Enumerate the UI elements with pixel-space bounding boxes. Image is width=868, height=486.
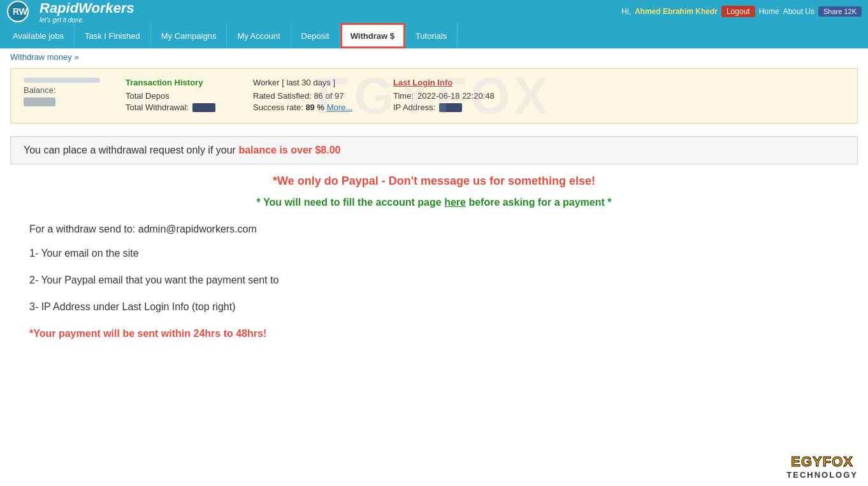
share-button[interactable]: Share 12K — [818, 6, 862, 17]
logout-button[interactable]: Logout — [721, 6, 755, 17]
notice-prefix: You can place a withdrawal request only … — [24, 145, 236, 155]
logo-area: RW RapidWorkers let's get it done. — [6, 0, 134, 24]
login-section: Last Login Info Time: 2022-06-18 22:20:4… — [393, 78, 521, 114]
hi-text: Hi, — [621, 7, 631, 16]
payment-notice: *Your payment will be sent within 24hrs … — [10, 328, 858, 339]
transaction-title: Transaction History — [126, 78, 228, 87]
instructions-list: 1- Your email on the site 2- Your Paypal… — [10, 248, 858, 313]
send-to-text: For a withdraw send to: admin@rapidworke… — [10, 224, 858, 235]
rated-satisfied-row: Rated Satisfied: 86 of 97 — [253, 91, 368, 101]
success-rate-prefix: Success rate: — [253, 103, 303, 112]
top-bar: RW RapidWorkers let's get it done. Hi, A… — [0, 0, 868, 23]
paypal-notice: *We only do Paypal - Don't message us fo… — [10, 175, 858, 188]
about-link[interactable]: About Us — [783, 7, 814, 16]
instruction-3: 3- IP Address under Last Login Info (top… — [29, 301, 858, 313]
nav-my-campaigns[interactable]: My Campaigns — [151, 23, 228, 48]
nav-my-account[interactable]: My Account — [227, 23, 291, 48]
breadcrumb-link[interactable]: Withdraw money » — [10, 52, 79, 62]
balance-redacted — [24, 97, 55, 106]
transaction-section: Transaction History Total Depos Total Wi… — [126, 78, 228, 114]
account-notice-prefix: * You will need to fill the account page — [257, 197, 442, 208]
balance-label: Balance: — [24, 85, 100, 95]
username-text: Ahmed Ebrahim Khedr — [635, 7, 718, 16]
balance-section: Balance: — [24, 78, 100, 108]
logo-icon: RW — [6, 0, 37, 23]
last-login-title[interactable]: Last Login Info — [393, 78, 521, 87]
notice-box: You can place a withdrawal request only … — [10, 136, 858, 164]
ip-redacted — [439, 103, 462, 112]
nav-task-finished[interactable]: Task I Finished — [75, 23, 151, 48]
info-panel: EGYFOX Balance: Transaction History Tota… — [10, 68, 858, 124]
total-depos-row: Total Depos — [126, 91, 228, 101]
total-withdrawal-label: Total Withdrawal: — [126, 103, 189, 112]
success-rate-row: Success rate: 89 % More... — [253, 103, 368, 112]
login-ip-row: IP Address: — [393, 103, 521, 112]
account-notice-suffix: before asking for a payment * — [468, 197, 611, 208]
instruction-2: 2- Your Paypal email that you want the p… — [29, 275, 858, 286]
breadcrumb: Withdraw money » — [0, 48, 868, 66]
footer-brand: EGYFOX TECHNOLOGY — [786, 454, 858, 480]
nav-available-jobs[interactable]: Available jobs — [3, 23, 75, 48]
login-ip-label: IP Address: — [393, 103, 435, 112]
account-notice: * You will need to fill the account page… — [10, 197, 858, 208]
total-withdrawal-row: Total Withdrawal: — [126, 103, 228, 112]
nav-bar: Available jobs Task I Finished My Campai… — [0, 23, 868, 48]
nav-tutorials[interactable]: Tutorials — [405, 23, 458, 48]
success-rate-value: 89 % — [305, 103, 324, 112]
brand-egyfox: EGYFOX — [786, 454, 858, 470]
balance-progress-bar — [24, 78, 100, 83]
login-time-row: Time: 2022-06-18 22:20:48 — [393, 91, 521, 101]
more-link[interactable]: More... — [327, 103, 352, 112]
nav-deposit[interactable]: Deposit — [291, 23, 340, 48]
total-withdrawal-redacted — [192, 103, 215, 112]
top-right-nav: Hi, Ahmed Ebrahim Khedr Logout Home Abou… — [621, 6, 862, 17]
here-link[interactable]: here — [444, 197, 466, 208]
main-content: You can place a withdrawal request only … — [0, 131, 868, 345]
home-link[interactable]: Home — [759, 7, 779, 16]
nav-withdraw[interactable]: Withdraw $ — [340, 23, 405, 48]
login-time-label: Time: — [393, 91, 414, 101]
logo-text: RapidWorkers — [40, 0, 134, 16]
login-time-value: 2022-06-18 22:20:48 — [417, 91, 495, 101]
instruction-1: 1- Your email on the site — [29, 248, 858, 259]
svg-text:RW: RW — [13, 6, 28, 17]
total-depos-label: Total Depos — [126, 91, 170, 101]
brand-tech: TECHNOLOGY — [786, 470, 858, 480]
worker-title: Worker [ last 30 days ] — [253, 78, 368, 87]
logo-sub: let's get it done. — [40, 17, 134, 24]
balance-highlight: balance is over $8.00 — [238, 145, 340, 155]
worker-section: Worker [ last 30 days ] Rated Satisfied:… — [253, 78, 368, 114]
